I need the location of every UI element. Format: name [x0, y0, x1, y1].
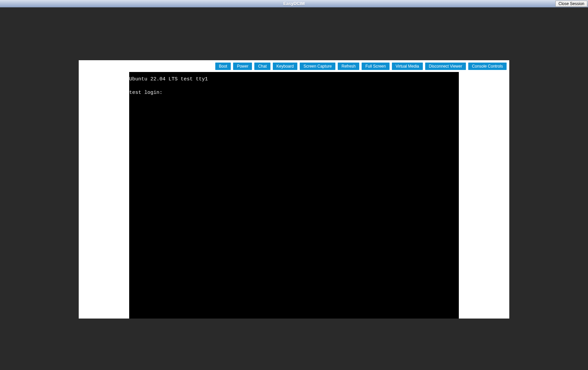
screen-capture-button[interactable]: Screen Capture [300, 63, 335, 70]
terminal-screen[interactable]: Ubuntu 22.04 LTS test tty1 test login: [129, 72, 459, 319]
app-title: EasyDCIM [283, 1, 305, 6]
power-button[interactable]: Power [233, 63, 252, 70]
close-session-button[interactable]: Close Session [555, 1, 587, 7]
title-bar: EasyDCIM Close Session [0, 0, 588, 7]
terminal-login-prompt: test login: [129, 89, 459, 96]
console-toolbar: Boot Power Chat Keyboard Screen Capture … [79, 60, 509, 72]
keyboard-button[interactable]: Keyboard [273, 63, 297, 70]
terminal-blank-line [129, 83, 459, 89]
boot-button[interactable]: Boot [215, 63, 231, 70]
chat-button[interactable]: Chat [254, 63, 270, 70]
terminal-banner-line: Ubuntu 22.04 LTS test tty1 [129, 76, 459, 83]
disconnect-viewer-button[interactable]: Disconnect Viewer [425, 63, 466, 70]
console-container: Boot Power Chat Keyboard Screen Capture … [79, 60, 509, 319]
full-screen-button[interactable]: Full Screen [362, 63, 390, 70]
console-controls-button[interactable]: Console Controls [468, 63, 507, 70]
refresh-button[interactable]: Refresh [338, 63, 359, 70]
virtual-media-button[interactable]: Virtual Media [392, 63, 423, 70]
main-area: Boot Power Chat Keyboard Screen Capture … [0, 7, 588, 370]
